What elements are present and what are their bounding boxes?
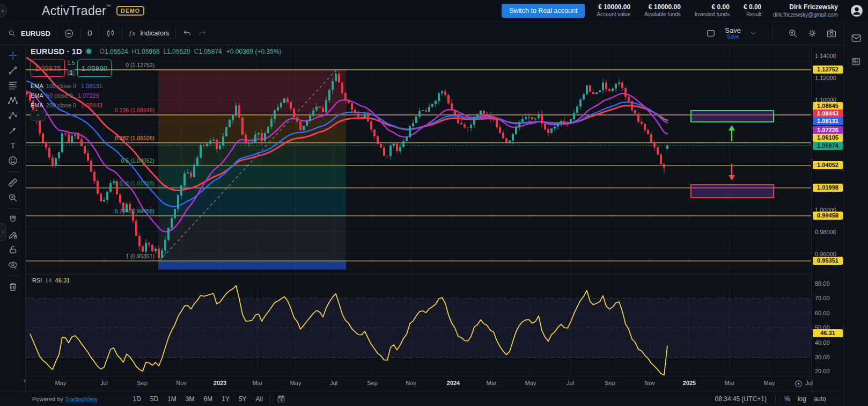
tool-lock-icon[interactable] [4, 242, 22, 257]
tool-ruler-icon[interactable] [4, 175, 22, 190]
range-6m[interactable]: 6M [204, 395, 213, 403]
activtrader-app: › ActivTrader™ DEMO Switch to Real accou… [0, 0, 868, 406]
indicator-row-ema-200[interactable]: EMA200 close 01.08443 [31, 100, 282, 110]
ohlc-item: H1.05966 [132, 48, 160, 55]
ohlc-values: O1.05524H1.05966L1.05520C1.05874 [100, 48, 222, 55]
powered-by: Powered by TradingView [32, 396, 98, 402]
rsi-legend[interactable]: RSI 14 46.31 [32, 277, 70, 284]
price-label: 1.01998 [813, 184, 843, 192]
account-stat: € 10000.00Available funds [644, 3, 681, 18]
price-label: 1.06105 [813, 134, 843, 142]
watchlist-expand-handle[interactable]: › [0, 223, 6, 241]
chart-toolbar: EURUSD D ƒx Indicators Save Save [0, 21, 843, 45]
axis-collapse-icon[interactable]: ‹ [24, 377, 26, 385]
fib-level-label: 1 (0.95351) [26, 253, 155, 259]
pane-separator[interactable] [26, 274, 811, 274]
sell-button[interactable]: 1.05875 [31, 60, 65, 77]
account-stat: € 0.00Result [744, 3, 761, 18]
gear-icon[interactable] [807, 28, 818, 39]
news-icon[interactable] [850, 56, 862, 67]
tool-trend-line-icon[interactable] [4, 63, 22, 78]
tool-text-icon[interactable]: T [4, 138, 22, 153]
date-label: May [55, 380, 67, 386]
tool-fib-retracement-icon[interactable] [4, 78, 22, 93]
date-label: 2024 [447, 380, 460, 386]
log-scale-button[interactable]: log [798, 395, 806, 403]
expand-sidebar-button[interactable]: › [0, 4, 7, 18]
price-label: 1.08443 [813, 110, 843, 118]
ohlc-item: L1.05520 [164, 48, 190, 55]
tool-crosshair-icon[interactable] [4, 48, 22, 63]
buy-button[interactable]: 1.05890 [77, 60, 112, 77]
date-label: Nov [176, 380, 187, 386]
account-stat: € 10000.00Account value [597, 3, 630, 18]
indicator-row-ema-50[interactable]: EMA50 close 01.07226 [31, 91, 282, 100]
price-label: 1.05874 [813, 142, 843, 150]
indicator-row-ema-100[interactable]: EMA100 close 01.08131 [31, 81, 282, 91]
tool-magnet-icon[interactable] [4, 212, 22, 227]
switch-to-real-account-button[interactable]: Switch to Real account [502, 4, 585, 18]
range-1y[interactable]: 1Y [222, 395, 230, 403]
price-axis[interactable]: 1.140001.120001.100001.000000.980000.960… [811, 46, 844, 392]
ohlc-item: C1.05874 [194, 48, 222, 55]
panel-toggle-icon[interactable] [705, 28, 716, 39]
compare-add-button[interactable] [64, 28, 74, 39]
range-5y[interactable]: 5Y [239, 395, 247, 403]
tool-trash-icon[interactable] [4, 279, 22, 294]
timeframe-button[interactable]: D [87, 30, 92, 37]
tool-emoji-icon[interactable] [4, 153, 22, 168]
legend-title[interactable]: EURUSD · 1D [31, 47, 82, 56]
date-label: Mar [253, 380, 263, 386]
tradingview-link[interactable]: TradingView [65, 396, 98, 402]
clock-label[interactable]: 08:34:45 (UTC+1) [715, 395, 767, 403]
tool-zoom-in-icon[interactable] [4, 190, 22, 205]
user-info[interactable]: Dirk Friczewsky dirk.friczewsky@gmail.co… [773, 3, 838, 19]
indicator-legend: EMA100 close 01.08131EMA50 close 01.0722… [31, 81, 282, 110]
price-label: 1.08645 [813, 102, 843, 110]
price-tick: 20.00 [815, 367, 830, 375]
scroll-to-realtime-icon[interactable] [794, 379, 803, 388]
go-to-date-icon[interactable] [276, 394, 286, 404]
price-label: 1.07226 [813, 126, 843, 134]
tool-forecast-icon[interactable] [4, 108, 22, 123]
undo-button[interactable] [182, 28, 192, 38]
date-label: Sep [605, 380, 615, 386]
price-label: 1.12752 [813, 66, 843, 74]
svg-text:T: T [10, 141, 15, 150]
indicators-button[interactable]: ƒx Indicators [129, 29, 169, 38]
range-all[interactable]: All [256, 395, 263, 403]
tool-eye-icon[interactable] [4, 257, 22, 272]
mail-icon[interactable] [850, 32, 862, 44]
chevron-down-icon[interactable] [749, 30, 757, 37]
quick-search-icon[interactable] [788, 28, 798, 39]
price-label: 1.04052 [813, 161, 843, 169]
date-label: 2025 [683, 380, 696, 386]
range-5d[interactable]: 5D [150, 395, 158, 403]
percent-scale-button[interactable]: % [784, 395, 790, 403]
auto-scale-button[interactable]: auto [814, 395, 826, 403]
app-logo: ActivTrader™ [42, 4, 111, 18]
tool-arrow-marker-icon[interactable] [4, 123, 22, 138]
date-label: Jul [805, 380, 813, 386]
user-email: dirk.friczewsky@gmail.com [773, 11, 838, 18]
camera-icon[interactable] [826, 28, 837, 39]
collapse-legend-button[interactable]: ^ [31, 111, 46, 121]
range-1m[interactable]: 1M [167, 395, 176, 403]
tool-xabcd-pattern-icon[interactable] [4, 93, 22, 108]
range-1d[interactable]: 1D [133, 395, 141, 403]
topbar: › ActivTrader™ DEMO Switch to Real accou… [0, 0, 868, 21]
chart-type-button[interactable] [106, 28, 115, 38]
range-3m[interactable]: 3M [186, 395, 195, 403]
date-axis[interactable]: ‹ MayJulSepNov2023MarMayJulSepNov2024Mar… [26, 376, 811, 392]
save-layout-button[interactable]: Save Save [725, 27, 741, 40]
price-tick: 70.00 [815, 294, 830, 302]
redo-button[interactable] [197, 28, 207, 38]
avatar-icon[interactable] [850, 4, 864, 18]
market-status-dot [86, 49, 91, 54]
price-tick: 1.14000 [815, 52, 836, 60]
fib-level-label: 0.764 (0.99458) [26, 208, 155, 214]
demo-badge: DEMO [116, 6, 144, 16]
symbol-search[interactable]: EURUSD [8, 29, 50, 38]
price-label: 1.08131 [813, 117, 843, 125]
user-name: Dirk Friczewsky [789, 3, 838, 12]
